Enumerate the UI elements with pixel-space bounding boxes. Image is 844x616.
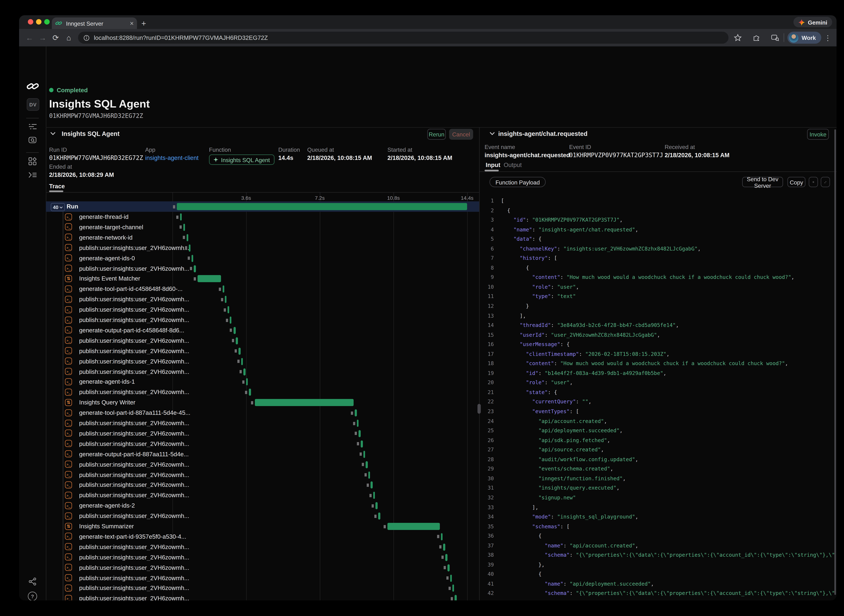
span-bar[interactable] xyxy=(186,234,188,241)
app-link[interactable]: insights-agent-client xyxy=(145,154,199,161)
trace-row[interactable]: >_publish:user:insights:user_2VH6zowmh..… xyxy=(46,346,479,356)
run-span-bar[interactable] xyxy=(177,203,467,210)
function-pill[interactable]: Insights SQL Agent xyxy=(209,154,274,165)
function-payload-button[interactable]: Function Payload xyxy=(489,177,546,187)
trace-run-row[interactable]: 40 Run xyxy=(46,201,479,212)
span-bar[interactable] xyxy=(189,244,190,251)
workspace-badge[interactable]: DV xyxy=(27,98,39,111)
trace-row[interactable]: >_generate-network-id xyxy=(46,232,479,243)
span-bar[interactable] xyxy=(371,481,372,488)
cancel-button[interactable]: Cancel xyxy=(449,129,473,140)
span-bar[interactable] xyxy=(368,471,370,478)
sidebar-item-events[interactable] xyxy=(19,136,46,144)
trace-row[interactable]: >_publish:user:insights:user_2VH6zowmh..… xyxy=(46,439,479,449)
span-bar[interactable] xyxy=(357,420,359,427)
word-wrap-button[interactable] xyxy=(809,177,818,187)
span-bar[interactable] xyxy=(363,451,365,458)
tab-search-panel-icon[interactable] xyxy=(769,29,781,46)
trace-row[interactable]: >_publish:user:insights:user_2VH6zowmh..… xyxy=(46,573,479,583)
trace-row[interactable]: >_generate-tool-part-id-c458648f-8d60-..… xyxy=(46,284,479,294)
trace-row[interactable]: >_publish:user:insights:user_2VH6zowmh..… xyxy=(46,428,479,439)
span-bar[interactable] xyxy=(183,224,185,231)
rerun-button[interactable]: Rerun xyxy=(427,129,446,140)
span-bar[interactable] xyxy=(236,337,238,344)
span-bar[interactable] xyxy=(378,512,380,519)
trace-row[interactable]: >_publish:user:insights:user_2VH6zowmh..… xyxy=(46,480,479,490)
help-icon[interactable]: ? xyxy=(19,592,46,600)
span-bar[interactable] xyxy=(249,389,251,396)
trace-row[interactable]: >_publish:user:insights:user_2VH6zowmh..… xyxy=(46,315,479,325)
span-bar[interactable] xyxy=(239,348,240,355)
span-bar[interactable] xyxy=(227,306,229,313)
reload-icon[interactable]: ⟳ xyxy=(50,29,62,46)
sidebar-item-terminal[interactable] xyxy=(19,172,46,179)
trace-row[interactable]: >_publish:user:insights:user_2VH6zowmh..… xyxy=(46,336,479,346)
trace-row[interactable]: >_publish:user:insights:user_2VH6zowmh..… xyxy=(46,418,479,428)
event-section-title[interactable]: insights-agent/chat.requested xyxy=(498,131,588,137)
trace-row[interactable]: >_publish:user:insights:user_2VH6zowmh..… xyxy=(46,511,479,521)
back-icon[interactable]: ← xyxy=(23,29,35,46)
span-bar[interactable] xyxy=(366,461,368,468)
trace-row[interactable]: >_publish:user:insights:user_2VH6zowmh..… xyxy=(46,459,479,470)
span-bar[interactable] xyxy=(246,378,248,386)
tab-trace[interactable]: Trace xyxy=(49,183,65,189)
gemini-badge[interactable]: Gemini xyxy=(794,17,832,27)
span-bar[interactable] xyxy=(443,543,445,550)
trace-row[interactable]: >_generate-output-part-id-c458648f-8d6..… xyxy=(46,325,479,336)
span-bar[interactable] xyxy=(359,430,360,437)
trace-row[interactable]: >_publish:user:insights:user_2VH6zowmh..… xyxy=(46,490,479,501)
span-bar[interactable] xyxy=(194,265,196,272)
bookmark-star-icon[interactable] xyxy=(732,29,744,46)
home-icon[interactable]: ⌂ xyxy=(63,29,75,46)
run-section-title[interactable]: Insights SQL Agent xyxy=(62,131,120,137)
trace-row[interactable]: >_generate-output-part-id-887aa111-5d4e.… xyxy=(46,449,479,459)
trace-row[interactable]: >_generate-text-part-id-9357e5f0-a530-4.… xyxy=(46,532,479,542)
traffic-minimize-icon[interactable] xyxy=(36,19,41,25)
span-bar[interactable] xyxy=(223,286,224,293)
url-bar[interactable]: localhost:8288/run?runID=01KHRMPW77GVMAJ… xyxy=(78,32,728,44)
trace-row[interactable]: >_generate-thread-id xyxy=(46,212,479,222)
expand-button[interactable] xyxy=(821,177,830,187)
chevron-down-icon[interactable] xyxy=(50,132,56,135)
span-bar[interactable] xyxy=(234,327,235,334)
span-bar[interactable] xyxy=(373,492,375,499)
span-bar[interactable] xyxy=(450,575,452,582)
span-bar[interactable] xyxy=(387,523,440,530)
trace-row[interactable]: >_publish:user:insights:user_2VH6zowmh..… xyxy=(46,243,479,253)
trace-row[interactable]: >_publish:user:insights:user_2VH6zowmh..… xyxy=(46,294,479,305)
tab-input[interactable]: Input xyxy=(486,161,500,168)
trace-row[interactable]: >_publish:user:insights:user_2VH6zowmh..… xyxy=(46,542,479,552)
sidebar-item-runs[interactable] xyxy=(19,123,46,131)
traffic-zoom-icon[interactable] xyxy=(44,19,50,25)
new-tab-button[interactable]: + xyxy=(141,18,146,29)
chevron-down-icon[interactable] xyxy=(489,132,495,135)
trace-row[interactable]: >_publish:user:insights:user_2VH6zowmh..… xyxy=(46,263,479,274)
trace-row[interactable]: >_publish:user:insights:user_2VH6zowmh..… xyxy=(46,387,479,397)
span-bar[interactable] xyxy=(225,296,227,303)
send-to-dev-server-button[interactable]: Send to Dev Server xyxy=(742,177,783,187)
profile-chip[interactable]: Work xyxy=(787,32,821,44)
trace-row[interactable]: >_publish:user:insights:user_2VH6zowmh..… xyxy=(46,305,479,315)
span-bar[interactable] xyxy=(376,502,377,509)
trace-row[interactable]: >_publish:user:insights:user_2VH6zowmh..… xyxy=(46,552,479,563)
scrollbar[interactable] xyxy=(834,129,836,595)
span-bar[interactable] xyxy=(454,595,456,600)
span-bar[interactable] xyxy=(230,317,232,324)
trace-row[interactable]: >_publish:user:insights:user_2VH6zowmh..… xyxy=(46,367,479,377)
trace-row[interactable]: >_publish:user:insights:user_2VH6zowmh..… xyxy=(46,356,479,367)
url-text[interactable]: localhost:8288/run?runID=01KHRMPW77GVMAJ… xyxy=(94,34,268,41)
span-bar[interactable] xyxy=(448,564,450,571)
span-bar[interactable] xyxy=(241,358,243,365)
span-bar[interactable] xyxy=(355,409,356,417)
trace-row[interactable]: >_publish:user:insights:user_2VH6zowmh..… xyxy=(46,470,479,480)
span-bar[interactable] xyxy=(255,399,354,406)
sidebar-item-apps[interactable] xyxy=(19,157,46,165)
extensions-puzzle-icon[interactable] xyxy=(750,29,762,46)
copy-button[interactable]: Copy xyxy=(787,177,806,187)
span-bar[interactable] xyxy=(191,255,193,262)
trace-row[interactable]: >_publish:user:insights:user_2VH6zowmh..… xyxy=(46,563,479,573)
trace-row[interactable]: >_generate-agent-ids-1 xyxy=(46,377,479,387)
span-bar[interactable] xyxy=(180,213,182,220)
invoke-button[interactable]: Invoke xyxy=(807,129,829,140)
tab-close-icon[interactable]: × xyxy=(130,20,134,26)
